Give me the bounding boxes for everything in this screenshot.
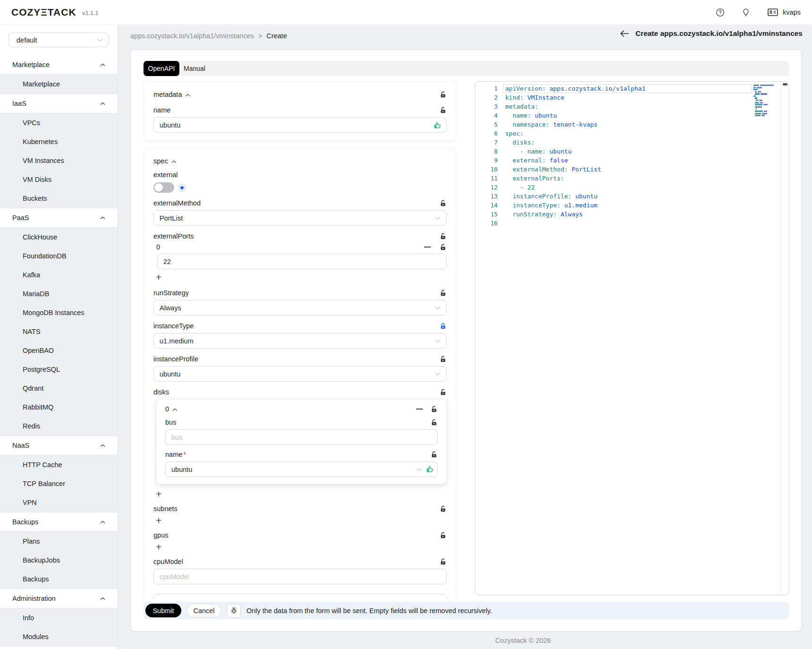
namespace-select[interactable]: default bbox=[8, 33, 109, 47]
code-line: 4 name: ubuntu bbox=[475, 111, 789, 120]
sidebar-item-foundationdb[interactable]: FoundationDB bbox=[0, 247, 118, 265]
editor-scrollbar-thumb[interactable] bbox=[783, 83, 787, 85]
tab-openapi[interactable]: OpenAPI bbox=[144, 61, 179, 76]
debug-button[interactable] bbox=[227, 604, 241, 618]
sidebar-section-marketplace[interactable]: Marketplace bbox=[0, 55, 118, 74]
sidebar-item-buckets[interactable]: Buckets bbox=[0, 189, 118, 208]
sidebar-section-paas[interactable]: PaaS bbox=[0, 208, 118, 227]
disk-name-select[interactable]: ubuntu bbox=[165, 461, 438, 477]
sidebar-item-vm-disks[interactable]: VM Disks bbox=[0, 170, 118, 189]
breadcrumb-path[interactable]: apps.cozystack.io/v1alpha1/vminstances bbox=[130, 32, 254, 40]
remove-item-button[interactable] bbox=[424, 247, 431, 248]
lock-open-icon[interactable] bbox=[440, 558, 447, 565]
code-line: 1apiVersion: apps.cozystack.io/v1alpha1 bbox=[475, 84, 789, 93]
sidebar-item-qdrant[interactable]: Qdrant bbox=[0, 379, 118, 398]
add-subnet-button[interactable]: + bbox=[156, 516, 161, 525]
code-text: instanceType: u1.medium bbox=[498, 201, 598, 210]
sidebar-section-backups[interactable]: Backups bbox=[0, 512, 118, 531]
sidebar-item-plans[interactable]: Plans bbox=[0, 532, 118, 551]
reset-default-icon[interactable] bbox=[178, 184, 186, 191]
metadata-section-title[interactable]: metadata bbox=[153, 89, 190, 100]
app-root: COZYΞTACK v1.1.1 bbox=[0, 0, 812, 649]
lock-closed-icon[interactable] bbox=[440, 323, 447, 330]
chevron-up-icon bbox=[100, 597, 105, 600]
editor-minimap[interactable] bbox=[753, 85, 780, 119]
tab-manual[interactable]: Manual bbox=[179, 61, 210, 76]
help-icon[interactable] bbox=[716, 8, 725, 17]
back-arrow-icon[interactable] bbox=[620, 30, 629, 37]
sidebar-section-iaas[interactable]: IaaS bbox=[0, 94, 118, 113]
lock-open-icon[interactable] bbox=[440, 244, 447, 251]
lock-open-icon[interactable] bbox=[440, 290, 447, 297]
theme-lightbulb-icon[interactable] bbox=[742, 8, 750, 17]
sidebar-item-backups[interactable]: Backups bbox=[0, 570, 118, 589]
sidebar-item-vpn[interactable]: VPN bbox=[0, 493, 118, 512]
add-gpu-button[interactable]: + bbox=[156, 542, 161, 552]
sidebar-item-http-cache[interactable]: HTTP Cache bbox=[0, 455, 118, 474]
sidebar-item-mariadb[interactable]: MariaDB bbox=[0, 284, 118, 303]
lock-open-icon[interactable] bbox=[440, 389, 447, 396]
sidebar-item-openbao[interactable]: OpenBAO bbox=[0, 341, 118, 360]
cancel-button[interactable]: Cancel bbox=[186, 604, 221, 617]
sidebar-section-administration[interactable]: Administration bbox=[0, 589, 118, 608]
lock-open-icon[interactable] bbox=[440, 532, 447, 539]
sidebar-item-nats[interactable]: NATS bbox=[0, 322, 118, 341]
thumbs-up-icon[interactable] bbox=[426, 465, 434, 473]
subnets-label: subnets bbox=[153, 505, 178, 512]
sidebar-section-naas[interactable]: NaaS bbox=[0, 436, 118, 455]
externalports-item-index: 0 bbox=[156, 243, 160, 251]
sidebar-item-rabbitmq[interactable]: RabbitMQ bbox=[0, 398, 118, 417]
line-number: 2 bbox=[475, 93, 498, 102]
lock-open-icon[interactable] bbox=[440, 233, 447, 240]
remove-item-button[interactable] bbox=[416, 409, 423, 410]
user-menu[interactable]: kvaps bbox=[767, 8, 801, 17]
add-item-button[interactable]: + bbox=[156, 273, 161, 282]
name-input[interactable] bbox=[160, 121, 440, 129]
sidebar-item-backupjobs[interactable]: BackupJobs bbox=[0, 551, 118, 570]
next-field-partial[interactable] bbox=[153, 594, 447, 599]
yaml-editor[interactable]: 1apiVersion: apps.cozystack.io/v1alpha12… bbox=[475, 81, 789, 595]
thumbs-up-icon[interactable] bbox=[433, 121, 441, 129]
disks-item-card: 0 bus bbox=[156, 399, 447, 484]
sidebar-item-mongodb-instances[interactable]: MongoDB Instances bbox=[0, 303, 118, 322]
external-toggle[interactable] bbox=[153, 182, 174, 193]
add-disk-button[interactable]: + bbox=[156, 489, 161, 499]
submit-button[interactable]: Submit bbox=[145, 604, 181, 617]
code-text: instanceProfile: ubuntu bbox=[498, 192, 598, 201]
code-text: kind: VMInstance bbox=[498, 93, 564, 102]
sidebar-item-postgresql[interactable]: PostgreSQL bbox=[0, 360, 118, 379]
spec-section-title[interactable]: spec bbox=[153, 156, 177, 166]
lock-open-icon[interactable] bbox=[431, 451, 438, 458]
code-text: name: ubuntu bbox=[498, 111, 557, 120]
sidebar-item-kafka[interactable]: Kafka bbox=[0, 265, 118, 284]
externalmethod-select[interactable]: PortList bbox=[153, 210, 447, 226]
sidebar-item-vpcs[interactable]: VPCs bbox=[0, 113, 118, 132]
chevron-down-icon bbox=[416, 468, 422, 471]
sidebar-item-vm-instances[interactable]: VM Instances bbox=[0, 151, 118, 170]
tab-strip: OpenAPI Manual bbox=[144, 61, 789, 76]
cpumodel-input[interactable] bbox=[160, 573, 440, 581]
sidebar-item-clickhouse[interactable]: ClickHouse bbox=[0, 228, 118, 247]
disks-item-title[interactable]: 0 bbox=[165, 404, 178, 414]
lock-open-icon[interactable] bbox=[440, 200, 447, 207]
sidebar-item-info[interactable]: Info bbox=[0, 608, 118, 627]
lock-open-icon[interactable] bbox=[431, 419, 438, 426]
instanceprofile-select[interactable]: ubuntu bbox=[153, 366, 447, 382]
sidebar-item-redis[interactable]: Redis bbox=[0, 417, 118, 436]
chevron-down-icon bbox=[435, 372, 440, 376]
collapse-caret-icon bbox=[172, 408, 178, 411]
instancetype-select[interactable]: u1.medium bbox=[153, 333, 447, 349]
externalports-item-input[interactable] bbox=[163, 258, 440, 265]
lock-open-icon[interactable] bbox=[440, 505, 447, 512]
bus-input[interactable] bbox=[171, 434, 431, 441]
lock-open-icon[interactable] bbox=[440, 356, 447, 363]
lock-open-icon[interactable] bbox=[431, 406, 438, 413]
sidebar-item-kubernetes[interactable]: Kubernetes bbox=[0, 132, 118, 151]
sidebar-item-tcp-balancer[interactable]: TCP Balancer bbox=[0, 474, 118, 493]
sidebar-item-marketplace[interactable]: Marketplace bbox=[0, 75, 118, 94]
lock-open-icon[interactable] bbox=[440, 91, 447, 98]
sidebar-item-modules[interactable]: Modules bbox=[0, 627, 118, 646]
runstrategy-select[interactable]: Always bbox=[153, 300, 447, 316]
top-header: COZYΞTACK v1.1.1 bbox=[0, 0, 812, 25]
lock-open-icon[interactable] bbox=[440, 107, 447, 114]
